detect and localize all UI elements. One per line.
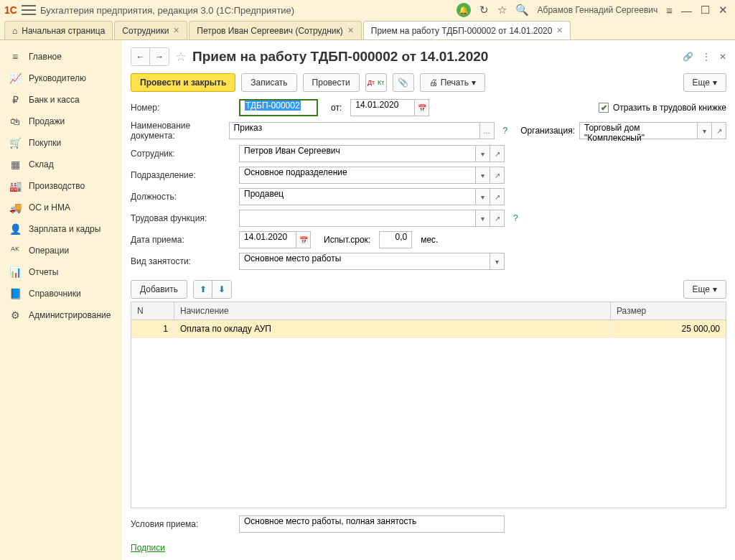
sidebar-item-production[interactable]: 🏭Производство — [0, 175, 122, 197]
close-icon[interactable]: ✕ — [556, 26, 563, 35]
star-icon[interactable]: ☆ — [497, 4, 507, 17]
employee-label: Сотрудник: — [131, 149, 235, 159]
tab-employee-card[interactable]: Петров Иван Сергеевич (Сотрудник) ✕ — [189, 21, 361, 39]
docname-input[interactable]: Приказ — [229, 122, 480, 139]
open-icon[interactable]: ↗ — [490, 210, 505, 227]
col-amount[interactable]: Размер — [611, 302, 726, 319]
sidebar-item-manager[interactable]: 📈Руководителю — [0, 67, 122, 89]
back-button[interactable]: ← — [131, 48, 150, 65]
close-icon[interactable]: ✕ — [173, 26, 179, 35]
post-button[interactable]: Провести — [303, 73, 360, 92]
chevron-down-icon[interactable]: ▾ — [476, 145, 490, 162]
hire-date-input[interactable]: 14.01.2020 — [239, 231, 296, 248]
sidebar-item-operations[interactable]: ᴬᴷОперации — [0, 240, 122, 261]
sidebar-item-main[interactable]: ≡Главное — [0, 46, 122, 67]
user-menu-icon[interactable]: ≡ — [666, 4, 673, 17]
move-down-button[interactable]: ⬇ — [212, 281, 231, 298]
document-title: Прием на работу ТДБП-000002 от 14.01.202… — [192, 49, 677, 65]
report-icon: 📊 — [9, 266, 22, 278]
chart-icon: 📈 — [9, 73, 22, 84]
checkbox-icon: ✔ — [599, 103, 609, 113]
number-input[interactable]: ТДБП-000002 — [239, 99, 318, 116]
maximize-icon[interactable]: ☐ — [701, 4, 710, 17]
open-icon[interactable]: ↗ — [490, 167, 505, 184]
calendar-icon[interactable]: 📅 — [415, 99, 429, 116]
sidebar-item-references[interactable]: 📘Справочники — [0, 283, 122, 304]
favorite-icon[interactable]: ☆ — [175, 49, 187, 65]
sidebar-item-reports[interactable]: 📊Отчеты — [0, 261, 122, 283]
sidebar-item-bank[interactable]: ₽Банк и касса — [0, 89, 122, 111]
minimize-icon[interactable]: — — [681, 4, 692, 17]
tab-employees[interactable]: Сотрудники ✕ — [114, 21, 187, 39]
history-icon[interactable]: ↻ — [479, 4, 489, 17]
help-icon[interactable]: ? — [503, 126, 508, 136]
chevron-down-icon[interactable]: ▾ — [476, 167, 490, 184]
sidebar-item-hr[interactable]: 👤Зарплата и кадры — [0, 218, 122, 240]
sidebar-item-sales[interactable]: 🛍Продажи — [0, 111, 122, 132]
sidebar-item-assets[interactable]: 🚚ОС и НМА — [0, 197, 122, 218]
save-button[interactable]: Записать — [241, 73, 296, 92]
employee-input[interactable]: Петров Иван Сергеевич — [239, 145, 476, 162]
app-title: Бухгалтерия предприятия, редакция 3.0 (1… — [40, 5, 452, 16]
probation-input[interactable]: 0,0 — [379, 231, 412, 248]
ruble-icon: ₽ — [9, 94, 22, 106]
ops-icon: ᴬᴷ — [9, 245, 22, 256]
emp-type-input[interactable]: Основное место работы — [239, 253, 490, 270]
open-icon[interactable]: ↗ — [490, 145, 505, 162]
more-icon[interactable]: ⋮ — [702, 52, 711, 62]
search-icon[interactable]: 🔍 — [515, 4, 529, 17]
bell-icon[interactable]: 🔔 — [457, 3, 471, 17]
org-label: Организация: — [520, 126, 575, 136]
close-icon[interactable]: ✕ — [347, 26, 354, 35]
emp-type-label: Вид занятости: — [131, 256, 235, 266]
cond-input[interactable]: Основное место работы, полная занятость — [239, 515, 505, 533]
cell-n: 1 — [131, 320, 174, 337]
col-accrual[interactable]: Начисление — [174, 302, 611, 319]
link-icon[interactable]: 🔗 — [683, 52, 693, 62]
calendar-icon[interactable]: 📅 — [296, 231, 311, 248]
sidebar-item-purchases[interactable]: 🛒Покупки — [0, 132, 122, 154]
chevron-down-icon[interactable]: ▾ — [490, 253, 505, 270]
func-input[interactable] — [239, 210, 476, 227]
tab-home[interactable]: ⌂ Начальная страница — [4, 21, 113, 39]
print-button[interactable]: 🖨Печать▾ — [420, 73, 485, 92]
more-button[interactable]: Еще▾ — [683, 73, 726, 92]
close-icon[interactable]: ✕ — [718, 4, 728, 17]
chevron-down-icon[interactable]: ▾ — [476, 188, 490, 205]
tab-hire-doc[interactable]: Прием на работу ТДБП-000002 от 14.01.202… — [363, 21, 571, 39]
cell-amount: 25 000,00 — [611, 320, 726, 337]
date-input[interactable]: 14.01.2020 — [350, 99, 415, 116]
dept-input[interactable]: Основное подразделение — [239, 167, 476, 184]
position-input[interactable]: Продавец — [239, 188, 476, 205]
user-name[interactable]: Абрамов Геннадий Сергеевич — [538, 5, 658, 15]
move-up-button[interactable]: ⬆ — [194, 281, 212, 298]
signatures-link[interactable]: Подписи — [131, 543, 165, 553]
col-n[interactable]: N — [131, 302, 174, 319]
sidebar-item-admin[interactable]: ⚙Администрирование — [0, 304, 122, 326]
add-row-button[interactable]: Добавить — [131, 280, 187, 299]
movements-button[interactable]: ДтКт — [365, 73, 387, 92]
open-icon[interactable]: ↗ — [712, 122, 726, 139]
reflect-checkbox[interactable]: ✔ Отразить в трудовой книжке — [599, 103, 726, 113]
table-more-button[interactable]: Еще▾ — [683, 280, 726, 299]
org-input[interactable]: Торговый дом "Комплексный" — [579, 122, 698, 139]
chevron-down-icon[interactable]: ▾ — [698, 122, 712, 139]
hire-date-label: Дата приема: — [131, 235, 235, 245]
close-icon[interactable]: ✕ — [719, 52, 726, 62]
open-icon[interactable]: ↗ — [490, 188, 505, 205]
sidebar-item-stock[interactable]: ▦Склад — [0, 154, 122, 175]
chevron-down-icon[interactable]: ▾ — [476, 210, 490, 227]
bag-icon: 🛍 — [9, 116, 22, 127]
attach-button[interactable]: 📎 — [393, 73, 414, 92]
help-icon[interactable]: ? — [513, 213, 518, 223]
factory-icon: 🏭 — [9, 180, 22, 192]
select-icon[interactable]: … — [480, 122, 495, 139]
probation-unit: мес. — [421, 235, 438, 245]
main-menu-icon[interactable] — [22, 5, 36, 15]
table-row[interactable]: 1 Оплата по окладу АУП 25 000,00 — [131, 320, 726, 338]
cell-accrual: Оплата по окладу АУП — [174, 320, 611, 337]
forward-button[interactable]: → — [150, 48, 169, 65]
logo-1c: 1С — [4, 4, 17, 16]
dept-label: Подразделение: — [131, 170, 235, 180]
post-and-close-button[interactable]: Провести и закрыть — [131, 73, 235, 92]
